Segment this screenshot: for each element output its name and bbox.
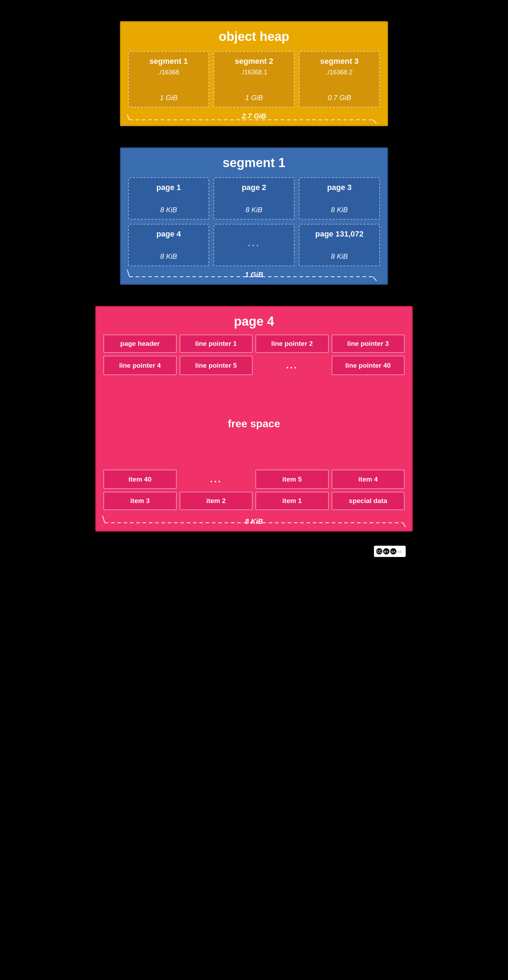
cc-icon: CC BY SA CC [374,546,406,557]
svg-line-8 [403,523,405,527]
svg-line-6 [103,516,105,523]
segment1-title: segment 1 [128,156,380,170]
heap-seg3-size: 0.7 GiB [328,94,351,102]
page1-size: 8 KiB [160,206,177,214]
segment1-total-size: 1 GiB [245,271,263,279]
pages-ellipsis: ··· [248,239,260,251]
heap-seg3-name: segment 3 [320,57,359,66]
page-box-131072: page 131,072 8 KiB [299,224,380,266]
page2-name: page 2 [242,183,266,192]
object-heap-diagram: object heap segment 1 ./16368 1 GiB segm… [120,21,388,126]
cc-badge-svg: CC BY SA CC [376,546,404,556]
heap-seg2-name: segment 2 [235,57,273,66]
page-box-3: page 3 8 KiB [299,177,380,220]
svg-text:CC: CC [398,550,402,554]
heap-total-size: 2.7 GiB [242,112,266,120]
page4-total-size: 8 KiB [245,517,263,526]
svg-text:CC: CC [377,550,382,554]
page4-diagram: page 4 page header line pointer 1 line p… [95,306,413,531]
line-pointer-1-cell: line pointer 1 [180,334,253,353]
svg-text:BY: BY [384,550,389,554]
free-space: free space [103,378,405,469]
page131072-name: page 131,072 [315,229,364,239]
heap-title: object heap [128,29,380,44]
svg-text:SA: SA [391,550,396,554]
svg-line-0 [127,115,129,120]
line-pointer-3-cell: line pointer 3 [332,334,405,353]
item-2-cell: item 2 [180,492,253,510]
page131072-size: 8 KiB [331,252,348,261]
page-box-1: page 1 8 KiB [128,177,209,220]
page1-name: page 1 [156,183,181,192]
line-pointer-4-cell: line pointer 4 [103,356,177,375]
segment1-diagram: segment 1 page 1 8 KiB page 2 8 KiB page… [120,147,388,285]
special-data-cell: special data [332,492,405,510]
page-box-4: page 4 8 KiB [128,224,209,266]
svg-line-2 [373,120,376,123]
heap-segments: segment 1 ./16368 1 GiB segment 2 ./1636… [128,51,380,108]
heap-seg2-file: ./16368.1 [241,69,267,76]
item-5-cell: item 5 [256,469,329,489]
item-1-cell: item 1 [256,492,329,510]
free-space-label: free space [228,418,280,430]
heap-segment-1: segment 1 ./16368 1 GiB [128,51,209,108]
item-3-cell: item 3 [103,492,177,510]
page3-size: 8 KiB [331,206,348,214]
heap-seg1-size: 1 GiB [160,94,177,102]
page4-name: page 4 [156,229,181,239]
heap-seg2-size: 1 GiB [245,94,263,102]
page4-items-row2: item 3 item 2 item 1 special data [103,492,405,510]
line-pointer-2-cell: line pointer 2 [256,334,329,353]
svg-line-3 [127,270,129,277]
page4-title: page 4 [103,314,405,329]
line-pointers-ellipsis: ... [256,356,329,375]
heap-seg1-file: ./16368 [158,69,179,76]
page4-size: 8 KiB [160,252,177,261]
page-header-cell: page header [103,334,177,353]
page4-items-row1: item 40 ... item 5 item 4 [103,469,405,489]
svg-line-5 [373,277,376,281]
line-pointer-5-cell: line pointer 5 [180,356,253,375]
heap-segment-2: segment 2 ./16368.1 1 GiB [213,51,295,108]
page3-name: page 3 [327,183,352,192]
page4-top-row: page header line pointer 1 line pointer … [103,334,405,353]
heap-segment-3: segment 3 ./16368.2 0.7 GiB [299,51,380,108]
item-40-cell: item 40 [103,469,177,489]
line-pointer-40-cell: line pointer 40 [332,356,405,375]
page2-size: 8 KiB [246,206,262,214]
page-box-2: page 2 8 KiB [213,177,295,220]
item-4-cell: item 4 [332,469,405,489]
heap-seg3-file: ./16368.2 [326,69,352,76]
page4-second-row: line pointer 4 line pointer 5 ... line p… [103,356,405,375]
page-box-dots: ··· [213,224,295,266]
items-ellipsis: ... [180,469,253,489]
heap-seg1-name: segment 1 [150,57,188,66]
pages-grid: page 1 8 KiB page 2 8 KiB page 3 8 KiB p… [128,177,380,266]
cc-license: CC BY SA CC [95,546,413,557]
